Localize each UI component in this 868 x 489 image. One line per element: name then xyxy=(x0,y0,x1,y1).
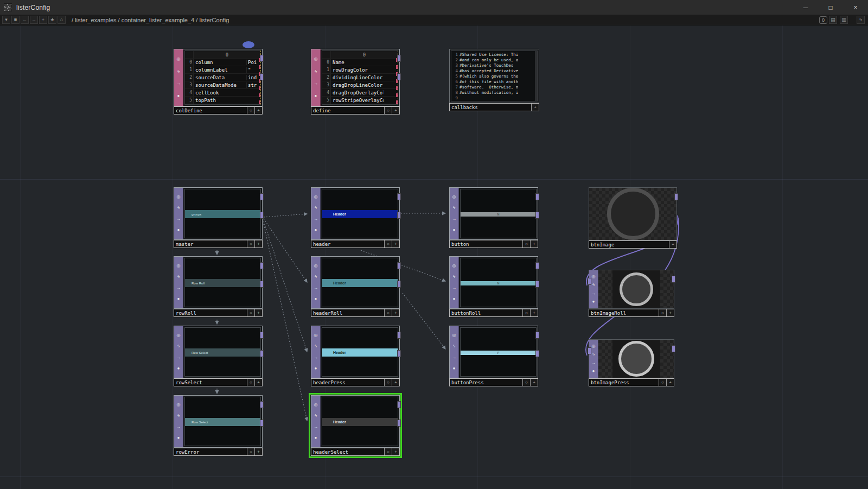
arrow-flag-icon[interactable]: → xyxy=(314,425,318,429)
node-btnImage[interactable]: btnImage + xyxy=(589,187,677,248)
arrow-flag-icon[interactable]: → xyxy=(591,361,596,365)
arrow-flag-icon[interactable]: → xyxy=(176,286,181,290)
pulse-flag-icon[interactable]: ϟ xyxy=(453,206,455,210)
output-connector[interactable] xyxy=(535,281,539,288)
node-add-button[interactable]: + xyxy=(392,448,399,455)
output-connector[interactable] xyxy=(535,332,539,339)
bomb-flag-icon[interactable]: ● xyxy=(592,300,595,304)
minimize-button[interactable]: ─ xyxy=(793,0,818,15)
node-add-button[interactable]: + xyxy=(392,309,399,316)
node-viewer-toggle-button[interactable]: ○ xyxy=(522,309,530,316)
arrow-flag-icon[interactable]: → xyxy=(452,286,456,290)
arrow-flag-icon[interactable]: → xyxy=(314,81,318,86)
node-viewer-toggle-button[interactable]: ○ xyxy=(384,309,392,316)
node-name[interactable]: buttonPress xyxy=(450,379,522,386)
input-connector[interactable] xyxy=(588,347,591,354)
pulse-flag-icon[interactable]: ϟ xyxy=(453,344,455,348)
output-connector[interactable] xyxy=(260,420,264,427)
scrollbar[interactable] xyxy=(535,51,537,101)
bomb-flag-icon[interactable]: ● xyxy=(453,366,456,371)
close-button[interactable]: × xyxy=(843,0,868,15)
output-connector[interactable] xyxy=(397,401,401,408)
node-name[interactable]: button xyxy=(450,240,522,247)
pulse-flag-icon[interactable]: ϟ xyxy=(315,414,317,418)
grid-view-icon[interactable]: ▤ xyxy=(829,16,837,24)
star-icon[interactable]: ★ xyxy=(48,16,56,24)
node-buttonPress[interactable]: ◎ ϟ → ● P buttonPress ○ + xyxy=(449,326,538,386)
output-connector[interactable] xyxy=(397,281,401,288)
input-connector[interactable] xyxy=(588,278,591,285)
node-viewer-toggle-button[interactable]: ○ xyxy=(384,107,392,114)
dropdown-icon[interactable]: ▾ xyxy=(2,16,10,24)
node-headerPress[interactable]: ◎ ϟ → ● Header headerPress ○ + xyxy=(311,326,400,386)
node-add-button[interactable]: + xyxy=(392,107,399,114)
output-connector[interactable] xyxy=(674,193,678,200)
node-name[interactable]: callbacks xyxy=(450,104,531,111)
pulse-flag-icon[interactable]: ϟ xyxy=(177,275,180,279)
output-connector[interactable] xyxy=(260,212,264,219)
lightning-icon[interactable]: ϟ xyxy=(857,16,865,24)
bomb-flag-icon[interactable]: ● xyxy=(453,228,456,232)
node-add-button[interactable]: + xyxy=(254,240,262,247)
back-icon[interactable]: ← xyxy=(21,16,29,24)
output-connector[interactable] xyxy=(260,262,264,269)
node-add-button[interactable]: + xyxy=(254,107,262,114)
network-editor[interactable] xyxy=(0,25,868,489)
pulse-flag-icon[interactable]: ϟ xyxy=(315,344,317,348)
viewer-flag-icon[interactable]: ◎ xyxy=(314,264,318,268)
node-btnImageRoll[interactable]: ◎ ϟ → ● btnImageRoll ○ + xyxy=(589,270,674,317)
pulse-flag-icon[interactable]: ϟ xyxy=(315,69,317,74)
output-connector[interactable] xyxy=(260,281,264,288)
bomb-flag-icon[interactable]: ● xyxy=(592,369,595,373)
pulse-flag-icon[interactable]: ϟ xyxy=(177,344,180,348)
bomb-flag-icon[interactable]: ● xyxy=(177,297,180,301)
panels-icon[interactable]: ▥ xyxy=(840,16,848,24)
viewer-flag-icon[interactable]: ◎ xyxy=(452,195,456,199)
viewer-flag-icon[interactable]: ◎ xyxy=(177,57,181,61)
bomb-flag-icon[interactable]: ● xyxy=(177,436,180,440)
output-connector[interactable] xyxy=(397,193,401,200)
node-add-button[interactable]: + xyxy=(530,240,538,247)
output-connector[interactable] xyxy=(397,332,401,339)
node-viewer-toggle-button[interactable]: ○ xyxy=(659,309,666,316)
node-name[interactable]: rowError xyxy=(174,448,247,455)
pulse-flag-icon[interactable]: ϟ xyxy=(177,69,180,74)
bomb-flag-icon[interactable]: ● xyxy=(315,366,317,371)
bomb-flag-icon[interactable]: ● xyxy=(177,94,180,98)
output-connector[interactable] xyxy=(260,193,264,200)
pulse-flag-icon[interactable]: ϟ xyxy=(177,414,180,418)
arrow-flag-icon[interactable]: → xyxy=(176,425,181,429)
node-name[interactable]: headerPress xyxy=(311,379,384,386)
node-colDefine[interactable]: ◎ ϟ → ● 0 0columnPoi 1columnLabel" 2sour… xyxy=(174,49,263,110)
viewer-flag-icon[interactable]: ◎ xyxy=(314,403,318,407)
viewer-flag-icon[interactable]: ◎ xyxy=(592,344,596,348)
node-name[interactable]: master xyxy=(174,240,247,247)
node-add-button[interactable]: + xyxy=(531,104,539,111)
node-add-button[interactable]: + xyxy=(254,448,262,455)
bomb-flag-icon[interactable]: ● xyxy=(453,297,456,301)
output-connector[interactable] xyxy=(397,73,401,80)
viewer-flag-icon[interactable]: ◎ xyxy=(177,333,181,338)
maximize-button[interactable]: □ xyxy=(818,0,843,15)
output-connector[interactable] xyxy=(397,262,401,269)
node-viewer-toggle-button[interactable]: ○ xyxy=(522,379,530,386)
output-connector[interactable] xyxy=(397,350,401,357)
output-connector[interactable] xyxy=(260,332,264,339)
pulse-flag-icon[interactable]: ϟ xyxy=(453,275,455,279)
node-add-button[interactable]: + xyxy=(530,309,538,316)
output-connector[interactable] xyxy=(397,212,401,219)
viewer-flag-icon[interactable]: ◎ xyxy=(314,333,318,338)
node-master[interactable]: ◎ ϟ → ● groups master ○ + xyxy=(174,187,263,248)
bomb-flag-icon[interactable]: ● xyxy=(177,366,180,371)
output-connector[interactable] xyxy=(260,401,264,408)
node-rowRoll[interactable]: ◎ ϟ → ● Row Roll rowRoll ○ + xyxy=(174,256,263,317)
output-connector[interactable] xyxy=(535,212,539,219)
arrow-flag-icon[interactable]: → xyxy=(591,291,596,296)
node-name[interactable]: rowRoll xyxy=(174,309,247,316)
node-headerRoll[interactable]: ◎ ϟ → ● Header headerRoll ○ + xyxy=(311,256,400,317)
pulse-flag-icon[interactable]: ϟ xyxy=(592,283,595,287)
node-add-button[interactable]: + xyxy=(666,309,674,316)
arrow-flag-icon[interactable]: → xyxy=(452,355,456,360)
node-viewer-toggle-button[interactable]: ○ xyxy=(522,240,530,247)
node-name[interactable]: btnImageRoll xyxy=(589,309,659,316)
